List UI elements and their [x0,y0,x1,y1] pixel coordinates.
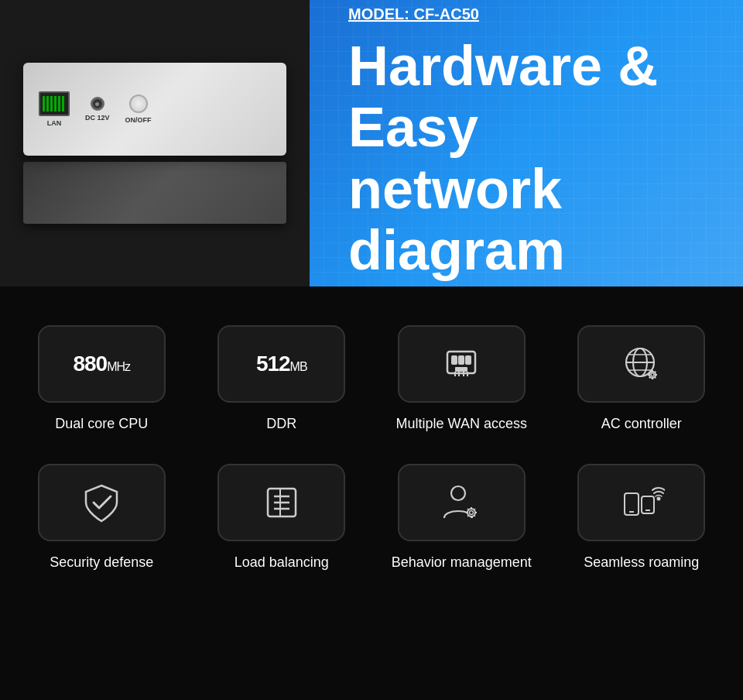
feature-ac: AC controller [563,325,721,433]
list-icon [259,479,305,526]
globe-gear-icon [618,341,665,387]
ram-value: 512MB [256,352,307,376]
svg-rect-4 [455,367,467,372]
svg-rect-3 [466,356,471,364]
ac-label: AC controller [601,415,682,433]
device-body-lower [23,162,286,224]
ac-icon-box [577,325,705,403]
feature-load: Load balancing [204,464,361,571]
port-lan: LAN [39,91,70,127]
rj45-port [39,91,70,116]
features-row1: 880MHz Dual core CPU 512MB DDR [23,325,720,433]
svg-line-22 [655,372,656,372]
behavior-label: Behavior management [392,554,532,571]
wan-label: Multiple WAN access [396,415,527,433]
user-gear-icon [438,479,484,526]
wan-icon [438,341,484,387]
ram-label: DDR [266,415,296,433]
feature-wan: Multiple WAN access [383,325,540,433]
svg-rect-2 [459,356,464,364]
mobile-wifi-icon [618,479,665,526]
load-label: Load balancing [235,554,329,571]
svg-point-29 [451,486,465,500]
shield-check-icon [78,479,125,526]
port-dc-label: DC 12V [85,114,110,122]
hero-section: MODEL: CF-AC50 Hardware & Easy network d… [310,0,743,287]
cpu-label: Dual core CPU [55,415,148,433]
behavior-icon-box [398,464,526,541]
device-body: LAN DC 12V ON/OFF [23,63,286,156]
load-icon-box [217,464,345,541]
feature-security: Security defense [23,464,180,571]
ram-icon-box: 512MB [217,325,345,403]
svg-rect-1 [452,356,457,364]
port-lan-label: LAN [47,119,62,127]
hero-title: Hardware & Easy network diagram [348,36,704,281]
svg-point-44 [657,498,659,500]
port-dc: DC 12V [85,97,110,122]
port-power-label: ON/OFF [125,116,152,124]
port-power: ON/OFF [125,94,152,124]
top-section: LAN DC 12V ON/OFF MODEL: CF-AC50 Hardwar… [0,0,743,287]
model-label: MODEL: CF-AC50 [348,5,704,23]
dc-port [91,97,104,111]
cpu-icon-box: 880MHz [38,325,166,403]
wan-icon-box [398,325,526,403]
feature-roaming: Seamless roaming [563,464,721,571]
security-icon-box [38,464,166,541]
feature-ram: 512MB DDR [204,325,361,433]
device-image: LAN DC 12V ON/OFF [0,0,310,287]
svg-point-14 [649,372,656,378]
feature-cpu: 880MHz Dual core CPU [23,325,180,433]
feature-behavior: Behavior management [383,464,540,571]
features-row2: Security defense Load balancing [23,464,720,571]
power-button [129,94,148,113]
roaming-icon-box [577,464,705,541]
features-section: 880MHz Dual core CPU 512MB DDR [0,287,743,595]
roaming-label: Seamless roaming [584,554,699,571]
svg-line-23 [649,377,650,378]
svg-line-20 [649,372,650,372]
cpu-value: 880MHz [73,352,130,376]
security-label: Security defense [50,554,153,571]
svg-line-21 [655,377,656,378]
